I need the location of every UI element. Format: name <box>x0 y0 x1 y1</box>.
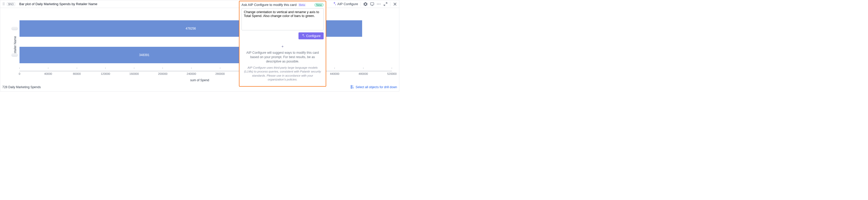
plot: Retailer Name 478256348391 0400008000012… <box>5 10 394 82</box>
x-axis-label: sum of Spend <box>190 78 209 82</box>
x-axis-line <box>20 71 392 71</box>
expand-icon[interactable] <box>383 2 388 6</box>
card-footer: 728 Daily Marketing Spends Select all ob… <box>2 84 397 90</box>
svg-rect-4 <box>351 85 352 86</box>
card-root: ⠿ $ND Bar plot of Daily Marketing Spends… <box>0 0 399 91</box>
toolbar-divider <box>361 2 361 6</box>
present-icon[interactable] <box>370 2 374 6</box>
bar-value-label: 478256 <box>186 27 196 30</box>
more-icon[interactable]: ··· <box>377 2 381 6</box>
x-axis-ticks: 0400008000012000016000020000024000028000… <box>20 72 392 76</box>
chart-body: Retailer Name 478256348391 0400008000012… <box>0 8 399 84</box>
aip-configure-label: AIP Configure <box>337 2 358 6</box>
panel-info-fineprint: AIP Configure uses third-party large lan… <box>243 66 322 82</box>
sparkle-icon: ✦ <box>243 45 322 49</box>
prompt-input[interactable] <box>242 8 323 30</box>
panel-title: Ask AIP Configure to modify this card <box>242 3 297 7</box>
aip-configure-panel: Ask AIP Configure to modify this card Be… <box>239 1 326 87</box>
y-category-label-redacted <box>11 53 18 57</box>
x-tick: 80000 <box>73 72 81 75</box>
x-tick: 280000 <box>215 72 225 75</box>
card-toolbar: AIP Configure ··· <box>333 2 397 6</box>
new-badge: New <box>314 3 323 7</box>
toolbar-divider <box>390 2 391 6</box>
y-category-label-redacted <box>11 27 18 30</box>
drill-down-icon <box>350 85 354 89</box>
svg-rect-3 <box>371 3 374 5</box>
x-tick: 440000 <box>330 72 339 75</box>
footer-count: 728 Daily Marketing Spends <box>2 85 41 89</box>
x-tick: 200000 <box>158 72 167 75</box>
card-title: Bar plot of Daily Marketing Spends by Re… <box>19 2 97 6</box>
panel-header: Ask AIP Configure to modify this card Be… <box>242 3 323 7</box>
panel-info-main: AIP Configure will suggest ways to modif… <box>243 51 322 64</box>
x-tick: 120000 <box>101 72 110 75</box>
drag-handle-icon[interactable]: ⠿ <box>2 2 5 6</box>
card-topbar: ⠿ $ND Bar plot of Daily Marketing Spends… <box>0 0 399 8</box>
x-tick: 240000 <box>187 72 196 75</box>
aip-configure-button[interactable]: AIP Configure <box>333 2 358 6</box>
drill-down-label: Select all objects for drill down <box>356 85 397 89</box>
x-tick: 0 <box>19 72 20 75</box>
configure-button-label: Configure <box>306 34 320 38</box>
y-axis-categories <box>11 15 19 68</box>
gear-icon[interactable] <box>364 2 368 6</box>
drill-down-link[interactable]: Select all objects for drill down <box>350 85 397 89</box>
sparkle-icon <box>333 2 336 6</box>
x-tick: 40000 <box>44 72 52 75</box>
beta-badge: Beta <box>298 3 306 6</box>
close-icon[interactable] <box>393 2 397 6</box>
bars: 478256348391 <box>20 15 392 68</box>
plot-area: 478256348391 040000800001200001600002000… <box>20 13 392 71</box>
bar-value-label: 348391 <box>139 53 149 57</box>
nd-badge[interactable]: $ND <box>7 2 15 6</box>
x-tick: 520000 <box>387 72 397 75</box>
configure-button[interactable]: Configure <box>299 32 323 39</box>
x-tick: 160000 <box>129 72 139 75</box>
bar[interactable]: 348391 <box>20 47 269 63</box>
panel-info: ✦ AIP Configure will suggest ways to mod… <box>242 43 323 84</box>
svg-rect-5 <box>351 87 352 88</box>
sparkle-icon <box>302 34 305 38</box>
x-tick: 480000 <box>359 72 368 75</box>
